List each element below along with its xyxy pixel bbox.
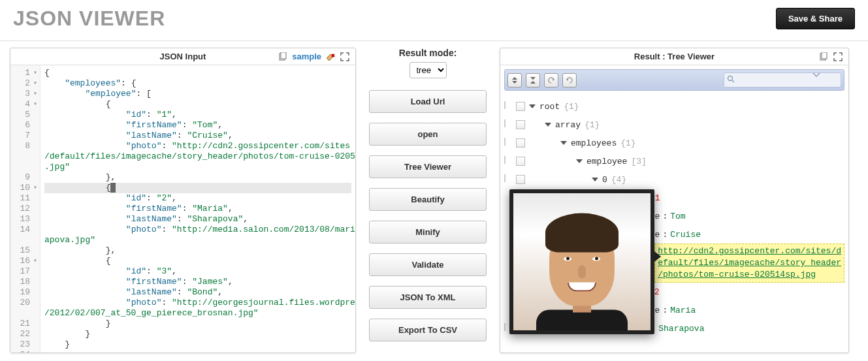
json-input-panel: JSON Input sample 1 ▾2 ▾3 ▾4 ▾5 6 7 8 9 … — [10, 48, 356, 353]
action-panel: Result mode: tree Load UrlopenTree Viewe… — [369, 48, 487, 353]
tree-node[interactable]: array{1} — [504, 116, 844, 134]
collapse-all-icon[interactable] — [526, 73, 540, 87]
fullscreen-icon[interactable] — [340, 52, 350, 62]
tree-node[interactable]: root{1} — [504, 97, 844, 116]
editor-code[interactable]: { "employees": { "employee": [ { "id": "… — [40, 65, 355, 353]
tree-toolbar — [504, 69, 844, 91]
result-mode-select[interactable]: tree — [410, 62, 447, 78]
copy-result-icon[interactable] — [818, 52, 829, 62]
tree-body: root{1}array{1}employees{1}employee[3]0{… — [500, 65, 848, 353]
undo-icon[interactable] — [544, 73, 558, 87]
expand-all-icon[interactable] — [507, 73, 522, 87]
app-header: JSON VIEWER Save & Share — [0, 0, 868, 41]
load-url-button[interactable]: Load Url — [369, 90, 487, 113]
input-panel-header: JSON Input sample — [10, 48, 355, 65]
chevron-down-icon[interactable] — [812, 72, 820, 78]
svg-point-6 — [728, 76, 733, 81]
editor-gutter: 1 ▾2 ▾3 ▾4 ▾5 6 7 8 9 10 ▾11 12 13 14 15… — [10, 65, 40, 353]
svg-rect-5 — [822, 52, 827, 59]
fullscreen-result-icon[interactable] — [833, 52, 843, 62]
search-icon — [727, 75, 735, 83]
svg-rect-1 — [281, 52, 286, 59]
result-mode-label: Result mode: — [369, 48, 487, 58]
preview-image — [513, 193, 651, 330]
main-area: JSON Input sample 1 ▾2 ▾3 ▾4 ▾5 6 7 8 9 … — [0, 41, 868, 360]
app-title: JSON VIEWER — [13, 7, 165, 31]
tree-search-input[interactable] — [724, 72, 841, 87]
redo-icon[interactable] — [562, 73, 577, 87]
tree-node[interactable]: employee[3] — [504, 152, 844, 170]
result-panel-header: Result : Tree Viewer — [500, 48, 848, 65]
validate-button[interactable]: Validate — [369, 253, 487, 276]
open-button[interactable]: open — [369, 123, 487, 146]
copy-icon[interactable] — [278, 52, 288, 62]
sample-link[interactable]: sample — [292, 52, 321, 61]
result-panel: Result : Tree Viewer — [500, 48, 849, 353]
beautify-button[interactable]: Beautify — [369, 188, 487, 211]
clear-icon[interactable] — [325, 52, 336, 62]
json-to-xml-button[interactable]: JSON To XML — [369, 286, 487, 309]
result-panel-title: Result : Tree Viewer — [506, 52, 843, 61]
tree-viewer-button[interactable]: Tree Viewer — [369, 155, 487, 178]
tree-node[interactable]: 0{4} — [504, 170, 844, 189]
minify-button[interactable]: Minify — [369, 221, 487, 243]
svg-line-7 — [732, 80, 734, 82]
image-preview-popup — [509, 189, 654, 334]
tree-node[interactable]: employees{1} — [504, 134, 844, 152]
export-to-csv-button[interactable]: Export To CSV — [369, 319, 487, 341]
save-share-button[interactable]: Save & Share — [776, 8, 855, 29]
code-editor[interactable]: 1 ▾2 ▾3 ▾4 ▾5 6 7 8 9 10 ▾11 12 13 14 15… — [10, 65, 355, 353]
